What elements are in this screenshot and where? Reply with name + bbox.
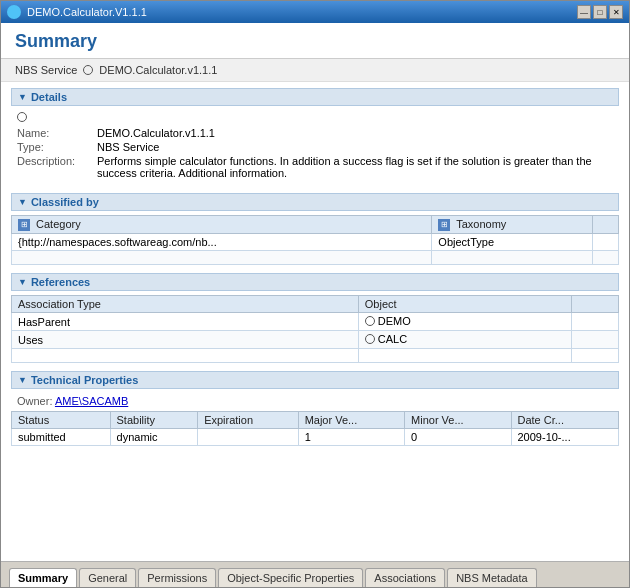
window-title: DEMO.Calculator.V1.1.1 <box>27 6 577 18</box>
name-label: Name: <box>17 127 97 139</box>
assoc-type-cell: Uses <box>12 331 359 349</box>
breadcrumb-service-label: NBS Service <box>15 64 77 76</box>
object-cell: CALC <box>358 331 571 349</box>
owner-row: Owner: AME\SACAMB <box>11 393 619 411</box>
details-radio-icon <box>17 112 27 122</box>
details-section: ▼ Details Name: DEMO.Calculator.v1.1.1 T… <box>11 88 619 185</box>
details-collapse-arrow[interactable]: ▼ <box>18 92 27 102</box>
tab-permissions[interactable]: Permissions <box>138 568 216 587</box>
title-bar: DEMO.Calculator.V1.1.1 — □ ✕ <box>1 1 629 23</box>
tab-general[interactable]: General <box>79 568 136 587</box>
tech-props-row: submitted dynamic 1 0 2009-10-... <box>12 429 619 446</box>
tech-col-header: Major Ve... <box>298 412 404 429</box>
desc-value: Performs simple calculator functions. In… <box>97 155 613 179</box>
references-header[interactable]: ▼ References <box>11 273 619 291</box>
tab-associations[interactable]: Associations <box>365 568 445 587</box>
tech-props-title: Technical Properties <box>31 374 138 386</box>
details-section-header[interactable]: ▼ Details <box>11 88 619 106</box>
tab-nbs-metadata[interactable]: NBS Metadata <box>447 568 537 587</box>
maximize-button[interactable]: □ <box>593 5 607 19</box>
object-radio-icon <box>365 334 375 344</box>
tech-col-header: Status <box>12 412 111 429</box>
type-value: NBS Service <box>97 141 159 153</box>
object-radio-icon <box>365 316 375 326</box>
tech-col-header: Date Cr... <box>511 412 619 429</box>
window-controls: — □ ✕ <box>577 5 623 19</box>
references-collapse-arrow[interactable]: ▼ <box>18 277 27 287</box>
details-content: Name: DEMO.Calculator.v1.1.1 Type: NBS S… <box>11 110 619 185</box>
tab-object-specific-properties[interactable]: Object-Specific Properties <box>218 568 363 587</box>
details-section-title: Details <box>31 91 67 103</box>
assoc-type-cell: HasParent <box>12 313 359 331</box>
references-table: Association Type Object HasParent DEMO <box>11 295 619 363</box>
object-cell: DEMO <box>358 313 571 331</box>
name-row: Name: DEMO.Calculator.v1.1.1 <box>17 127 613 139</box>
minor-version-cell: 0 <box>405 429 511 446</box>
type-label: Type: <box>17 141 97 153</box>
content-area: Summary NBS Service DEMO.Calculator.v1.1… <box>1 23 629 587</box>
breadcrumb-value: DEMO.Calculator.v1.1.1 <box>99 64 217 76</box>
expiration-cell <box>198 429 299 446</box>
ref-extra-col <box>572 296 619 313</box>
minimize-button[interactable]: — <box>577 5 591 19</box>
close-button[interactable]: ✕ <box>609 5 623 19</box>
owner-label: Owner: <box>17 395 52 407</box>
object-col-header: Object <box>358 296 571 313</box>
object-value: DEMO <box>378 315 411 327</box>
references-row: HasParent DEMO <box>12 313 619 331</box>
desc-label: Description: <box>17 155 97 179</box>
breadcrumb-radio-icon <box>83 65 93 75</box>
references-section: ▼ References Association Type Object <box>11 273 619 363</box>
classified-by-header[interactable]: ▼ Classified by <box>11 193 619 211</box>
taxonomy-col-icon: ⊞ <box>438 219 450 231</box>
page-title: Summary <box>15 31 615 52</box>
tab-summary[interactable]: Summary <box>9 568 77 587</box>
tech-props-header[interactable]: ▼ Technical Properties <box>11 371 619 389</box>
owner-link[interactable]: AME\SACAMB <box>55 395 128 407</box>
window-icon <box>7 5 21 19</box>
major-version-cell: 1 <box>298 429 404 446</box>
type-row: Type: NBS Service <box>17 141 613 153</box>
main-content: ▼ Details Name: DEMO.Calculator.v1.1.1 T… <box>1 82 629 561</box>
object-value: CALC <box>378 333 407 345</box>
taxonomy-cell: ObjectType <box>432 234 593 251</box>
taxonomy-col-header: ⊞ Taxonomy <box>432 216 593 234</box>
tech-col-header: Stability <box>110 412 198 429</box>
category-col-icon: ⊞ <box>18 219 30 231</box>
main-window: DEMO.Calculator.V1.1.1 — □ ✕ Summary NBS… <box>0 0 630 588</box>
tech-col-header: Minor Ve... <box>405 412 511 429</box>
references-row: Uses CALC <box>12 331 619 349</box>
category-col-header: ⊞ Category <box>12 216 432 234</box>
technical-properties-section: ▼ Technical Properties Owner: AME\SACAMB… <box>11 371 619 446</box>
references-title: References <box>31 276 90 288</box>
description-row: Description: Performs simple calculator … <box>17 155 613 179</box>
assoc-type-col-header: Association Type <box>12 296 359 313</box>
category-cell: {http://namespaces.softwareag.com/nb... <box>12 234 432 251</box>
name-value: DEMO.Calculator.v1.1.1 <box>97 127 215 139</box>
stability-cell: dynamic <box>110 429 198 446</box>
classified-row: {http://namespaces.softwareag.com/nb... … <box>12 234 619 251</box>
date-created-cell: 2009-10-... <box>511 429 619 446</box>
tabs-bar: SummaryGeneralPermissionsObject-Specific… <box>1 561 629 587</box>
classified-collapse-arrow[interactable]: ▼ <box>18 197 27 207</box>
classified-by-title: Classified by <box>31 196 99 208</box>
tech-props-collapse-arrow[interactable]: ▼ <box>18 375 27 385</box>
status-cell: submitted <box>12 429 111 446</box>
breadcrumb-bar: NBS Service DEMO.Calculator.v1.1.1 <box>1 59 629 82</box>
tech-col-header: Expiration <box>198 412 299 429</box>
tech-props-table: StatusStabilityExpirationMajor Ve...Mino… <box>11 411 619 446</box>
summary-header: Summary <box>1 23 629 59</box>
classified-extra-col <box>593 216 619 234</box>
classified-by-table: ⊞ Category ⊞ Taxonomy {http://namespaces… <box>11 215 619 265</box>
classified-by-section: ▼ Classified by ⊞ Category ⊞ Taxonomy <box>11 193 619 265</box>
